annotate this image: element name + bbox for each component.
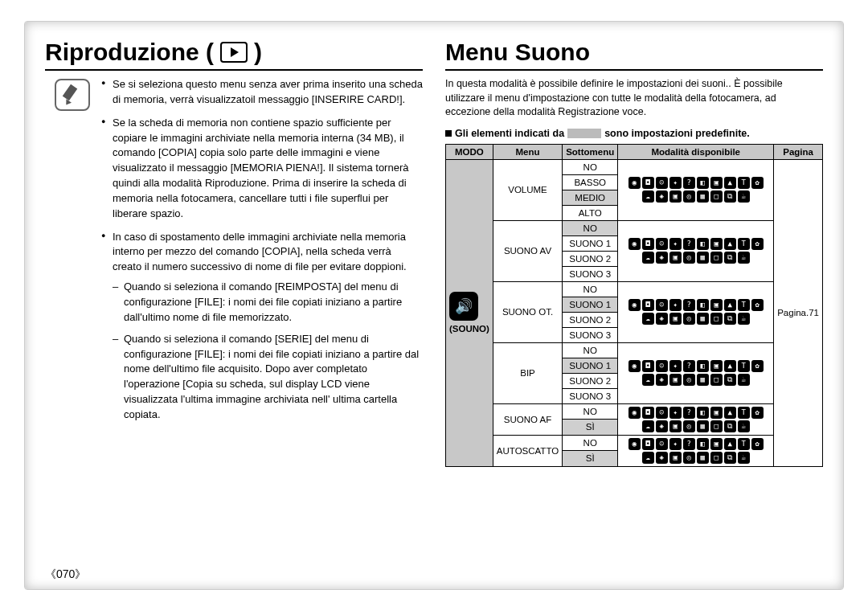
mode-icon: ☁	[642, 190, 654, 203]
mode-icon: ◘	[642, 238, 654, 250]
mode-icon: ✦	[669, 177, 682, 189]
mode-icon: ◧	[697, 238, 709, 250]
submenu-cell: SUONO 1	[563, 358, 618, 373]
legend-line: Gli elementi indicati da sono impostazio…	[445, 128, 823, 139]
mode-icon: ▲	[724, 299, 736, 311]
mode-icon: ▣	[669, 313, 682, 325]
th-menu: Menu	[493, 144, 562, 159]
mode-icon: T	[738, 299, 750, 311]
mode-icon: ▣	[669, 452, 682, 464]
submenu-cell: SUONO 2	[563, 312, 618, 327]
mode-icon: ◧	[697, 360, 709, 372]
pencil-icon	[63, 85, 82, 104]
note-body: Se si seleziona questo menu senza aver p…	[101, 77, 423, 431]
mode-icon: ✿	[751, 438, 764, 450]
mode-icon: ▣	[710, 177, 723, 189]
left-heading-tail: )	[254, 39, 262, 66]
right-intro: In questa modalità è possibile definire …	[445, 77, 823, 120]
mode-icon: T	[738, 438, 750, 450]
submenu-cell: SUONO 1	[563, 235, 618, 251]
note-icon	[55, 79, 90, 111]
mode-icon: ☁	[642, 374, 654, 386]
mode-icon: ✦	[669, 407, 682, 419]
mode-icon: T	[738, 177, 750, 189]
mode-icon: ⧉	[724, 252, 736, 264]
menu-cell: SUONO OT.	[493, 281, 562, 342]
mode-icon: ◎	[683, 252, 695, 264]
note-block: Se si seleziona questo menu senza aver p…	[55, 77, 423, 431]
mode-icon: ▣	[669, 374, 682, 386]
mode-icon: ▣	[710, 407, 723, 419]
table-row: 🔊(SOUNO)VOLUMENO◉◘☺✦?◧▣▲T✿☁◈▣◎▦□⧉☕Pagina…	[446, 159, 823, 174]
mode-icon: ◎	[683, 452, 695, 464]
mode-icon: ◉	[628, 407, 641, 419]
mode-icon: ?	[683, 438, 695, 450]
mode-icon: ☁	[642, 313, 654, 325]
table-row: AUTOSCATTONO◉◘☺✦?◧▣▲T✿☁◈▣◎▦□⧉☕	[446, 435, 823, 451]
mode-icon: ⧉	[724, 420, 736, 432]
mode-icon: ?	[683, 177, 695, 189]
page-two-columns: Riproduzione ( ) Se si seleziona questo …	[45, 39, 823, 467]
mode-icon: ◉	[628, 438, 641, 450]
submenu-cell: NO	[563, 435, 618, 451]
mode-icon: ☺	[656, 238, 668, 250]
mode-icon: ◈	[656, 252, 668, 264]
square-bullet-icon	[445, 130, 452, 137]
note-dash-list: Quando si seleziona il comando [REIMPOST…	[113, 280, 423, 423]
mode-icon: ◧	[697, 299, 709, 311]
mode-icon: ?	[683, 299, 695, 311]
th-modes: Modalità disponibile	[618, 144, 774, 159]
sound-tbody: 🔊(SOUNO)VOLUMENO◉◘☺✦?◧▣▲T✿☁◈▣◎▦□⧉☕Pagina…	[446, 159, 823, 466]
menu-cell: BIP	[493, 342, 562, 403]
mode-icon: T	[738, 407, 750, 419]
legend-after: sono impostazioni predefinite.	[604, 128, 750, 139]
mode-icon: ▦	[697, 190, 709, 203]
mode-icon: ▣	[710, 438, 723, 450]
mode-icon: ◈	[656, 452, 668, 464]
default-swatch-icon	[567, 129, 601, 138]
mode-icon: ▣	[710, 299, 723, 311]
submenu-cell: SÌ	[563, 420, 618, 436]
left-heading: Riproduzione ( )	[45, 39, 423, 71]
mode-icon: ☺	[656, 407, 668, 419]
menu-cell: AUTOSCATTO	[493, 435, 562, 466]
mode-icon: ☕	[738, 452, 750, 464]
mode-icon: ◘	[642, 177, 654, 189]
menu-cell: SUONO AV	[493, 220, 562, 281]
mode-icon: ✦	[669, 238, 682, 250]
note-dash: Quando si seleziona il comando [REIMPOST…	[113, 280, 423, 326]
submenu-cell: NO	[563, 342, 618, 358]
speaker-icon: 🔊	[449, 292, 478, 321]
mode-icons-cell: ◉◘☺✦?◧▣▲T✿☁◈▣◎▦□⧉☕	[618, 403, 774, 435]
mode-icon: ◘	[642, 360, 654, 372]
mode-icon: ▦	[697, 252, 709, 264]
page-number: 《070》	[45, 567, 86, 582]
mode-icon: ✦	[669, 299, 682, 311]
mode-icon: ✿	[751, 407, 764, 419]
mode-icons-cell: ◉◘☺✦?◧▣▲T✿☁◈▣◎▦□⧉☕	[618, 435, 774, 466]
note-bullet: Se si seleziona questo menu senza aver p…	[101, 77, 423, 108]
submenu-cell: NO	[563, 403, 618, 420]
mode-icon: ?	[683, 407, 695, 419]
left-heading-text: Riproduzione (	[45, 39, 214, 66]
mode-icon: ☁	[642, 452, 654, 464]
mode-icon: ?	[683, 238, 695, 250]
mode-icon: ◉	[628, 238, 641, 250]
mode-icon: ▦	[697, 374, 709, 386]
mode-icon: ☕	[738, 252, 750, 264]
note-dash: Quando si seleziona il comando [SERIE] d…	[113, 332, 423, 423]
mode-icon: ◈	[656, 420, 668, 432]
mode-icon: ☁	[642, 420, 654, 432]
th-sub: Sottomenu	[563, 144, 618, 159]
note-bullet-list: Se si seleziona questo menu senza aver p…	[101, 77, 423, 423]
table-row: BIPNO◉◘☺✦?◧▣▲T✿☁◈▣◎▦□⧉☕	[446, 342, 823, 358]
mode-icon: ▲	[724, 360, 736, 372]
mode-icon: ◈	[656, 190, 668, 203]
mode-icon: ☺	[656, 299, 668, 311]
mode-icon: ✿	[751, 177, 764, 189]
mode-icon: ☕	[738, 420, 750, 432]
mode-icon: □	[710, 452, 723, 464]
mode-icon: ◎	[683, 313, 695, 325]
modo-label: (SOUNO)	[449, 324, 489, 334]
mode-icon: ◉	[628, 299, 641, 311]
